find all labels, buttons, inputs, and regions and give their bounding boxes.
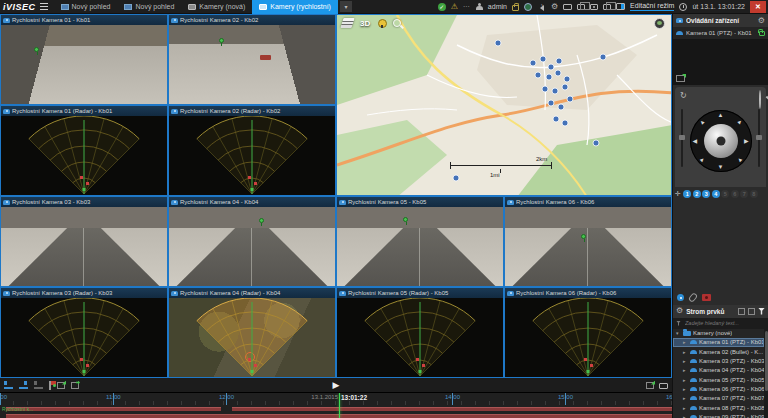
globe-icon[interactable] xyxy=(524,3,532,11)
radar-view[interactable] xyxy=(1,298,167,378)
lock-icon[interactable] xyxy=(512,5,519,11)
camera-tile-03[interactable]: Rychlostní Kamera 03 - Kb03 xyxy=(0,196,168,287)
camera-tile-05[interactable]: Rychlostní Kamera 05 - Kb05 xyxy=(336,196,504,287)
zoom-icon[interactable] xyxy=(759,91,761,109)
warning-icon[interactable]: ⚠ xyxy=(451,3,458,11)
tab-new-view-2[interactable]: Nový pohled xyxy=(117,0,181,14)
tree-item-kamera-08[interactable]: ▸ Kamera 08 (PTZ) - Kb08 xyxy=(673,403,764,412)
attachment-icon[interactable] xyxy=(688,292,698,303)
video-feed[interactable] xyxy=(169,207,335,287)
expand-icon[interactable]: ▸ xyxy=(683,377,688,383)
pan-upleft-arrow[interactable]: ▲ xyxy=(697,118,705,126)
tree-item-kamera-04[interactable]: ▸ Kamera 04 (PTZ) - Kb04 xyxy=(673,366,764,375)
open-preview-icon[interactable] xyxy=(676,75,685,82)
camera-view-icon[interactable] xyxy=(590,4,598,10)
expand-icon[interactable]: ▸ xyxy=(683,339,688,345)
filter-icon[interactable] xyxy=(758,308,765,315)
preset-button-6[interactable]: 6 xyxy=(731,190,739,198)
settings-gear-icon[interactable]: ⚙ xyxy=(551,3,558,11)
camera-tile-04[interactable]: Rychlostní Kamera 04 - Kb04 xyxy=(168,196,336,287)
radar-view[interactable] xyxy=(1,116,167,196)
preset-button-7[interactable]: 7 xyxy=(740,190,748,198)
tab-overflow-chevron[interactable]: ▾ xyxy=(340,1,352,12)
tree-search-input[interactable] xyxy=(683,319,765,327)
zoom-slider[interactable] xyxy=(758,109,760,167)
radar-tile-03[interactable]: Rychlostní Kamera 03 (Radar) - Kb03 xyxy=(0,287,168,378)
preset-button-2[interactable]: 2 xyxy=(693,190,701,198)
map-search-icon[interactable] xyxy=(393,19,401,27)
timeline-step-back-icon[interactable] xyxy=(4,381,13,389)
expand-icon[interactable]: ▸ xyxy=(683,414,688,418)
video-feed[interactable] xyxy=(337,207,503,287)
tree-item-kamera-01[interactable]: ▸ Kamera 01 (PTZ) - Kb01 xyxy=(673,338,764,347)
pan-downleft-arrow[interactable]: ▼ xyxy=(697,156,705,164)
map-panel[interactable]: 3D 2km 1mi xyxy=(336,14,672,196)
pan-downright-arrow[interactable]: ▼ xyxy=(735,156,743,164)
cascade-windows-icon[interactable] xyxy=(577,4,585,10)
play-button[interactable]: ▶ xyxy=(333,378,340,392)
pan-left-arrow[interactable]: ◀ xyxy=(693,138,698,144)
radar-tile-04[interactable]: Rychlostní Kamera 04 (Radar) - Kb04 xyxy=(168,287,336,378)
timeline-playhead[interactable] xyxy=(339,393,340,418)
map-layers-icon[interactable] xyxy=(340,18,354,28)
radar-tile-05[interactable]: Rychlostní Kamera 05 (Radar) - Kb05 xyxy=(336,287,504,378)
expand-icon[interactable]: ▸ xyxy=(683,386,688,392)
recording-track-1[interactable]: Rychlostní k... xyxy=(0,406,672,412)
audio-icon[interactable] xyxy=(537,3,546,11)
export-clip-icon[interactable] xyxy=(57,382,65,389)
monitor-icon[interactable] xyxy=(563,4,572,10)
expand-icon[interactable]: ▸ xyxy=(683,358,688,364)
expand-icon[interactable]: ▸ xyxy=(683,395,688,401)
tab-new-view-1[interactable]: Nový pohled xyxy=(54,0,118,14)
radar-view[interactable] xyxy=(505,298,671,378)
expand-icon[interactable]: ▸ xyxy=(683,367,688,373)
save-view-icon[interactable] xyxy=(646,382,654,389)
camera-tile-06[interactable]: Rychlostní Kamera 06 - Kb06 xyxy=(504,196,672,287)
radar-satellite-view[interactable] xyxy=(169,298,335,378)
more-alerts-icon[interactable]: ⋯ xyxy=(463,3,471,11)
tree-item-kamera-05[interactable]: ▸ Kamera 05 (PTZ) - Kb05 xyxy=(673,375,764,384)
radar-view[interactable] xyxy=(169,116,335,196)
focus-slider[interactable] xyxy=(681,109,683,167)
tree-item-kamera-07[interactable]: ▸ Kamera 07 (PTZ) - Kb07 xyxy=(673,394,764,403)
export-snapshot-icon[interactable] xyxy=(71,382,79,389)
map-globe-icon[interactable] xyxy=(654,18,665,29)
home-position-icon[interactable]: ✛ xyxy=(675,190,681,198)
map-poi-icon[interactable] xyxy=(377,19,386,28)
edit-mode-label[interactable]: Editační režim xyxy=(630,2,674,11)
timeline-range-icon[interactable] xyxy=(34,381,43,389)
tab-kamery-nova[interactable]: Kamery (nová) xyxy=(181,0,252,14)
main-menu-icon[interactable] xyxy=(40,3,48,10)
tree-item-kamera-03[interactable]: ▸ Kamera 03 (PTZ) - Kb03 xyxy=(673,356,764,365)
pan-right-arrow[interactable]: ▶ xyxy=(744,138,749,144)
recording-track-2[interactable] xyxy=(0,413,672,418)
pan-up-arrow[interactable]: ▲ xyxy=(718,112,724,118)
timeline-ruler[interactable]: 10:00 11:00 12:00 14:00 15:00 16:00 13.1… xyxy=(0,393,672,405)
timeline[interactable]: 10:00 11:00 12:00 14:00 15:00 16:00 13.1… xyxy=(0,392,672,418)
preset-button-4[interactable]: 4 xyxy=(712,190,720,198)
radar-tile-01[interactable]: Rychlostní Kamera 01 (Radar) - Kb01 xyxy=(0,105,168,196)
tree-item-kamera-06[interactable]: ▸ Kamera 06 (PTZ) - Kb06 xyxy=(673,384,764,393)
expand-icon[interactable]: ▸ xyxy=(683,349,688,355)
tree-item-kamera-02[interactable]: ▸ Kamera 02 (Bullet) - K... xyxy=(673,347,764,356)
map-3d-button[interactable]: 3D xyxy=(360,19,370,28)
status-ok-icon[interactable]: ✓ xyxy=(438,3,446,11)
radar-tile-02[interactable]: Rychlostní Kamera 02 (Radar) - Kb02 xyxy=(168,105,336,196)
duplicate-window-icon[interactable] xyxy=(603,4,611,10)
tab-kamery-rychlostni[interactable]: Kamery (rychlostní) xyxy=(252,0,338,14)
tree-gear-icon[interactable]: ⚙ xyxy=(676,307,683,315)
pan-down-arrow[interactable]: ▼ xyxy=(718,164,724,170)
username[interactable]: admin xyxy=(488,3,507,10)
side-panel-toggle-icon[interactable] xyxy=(616,3,625,10)
radar-tile-06[interactable]: Rychlostní Kamera 06 (Radar) - Kb06 xyxy=(504,287,672,378)
video-feed[interactable] xyxy=(505,207,671,287)
ptz-joystick[interactable]: ▲ ▼ ◀ ▶ ▲ ▲ ▼ ▼ xyxy=(690,110,752,172)
camera-tile-02[interactable]: Rychlostní Kamera 02 - Kb02 xyxy=(168,14,336,105)
focus-icon[interactable]: ↻ xyxy=(680,91,687,100)
preset-button-5[interactable]: 5 xyxy=(721,190,729,198)
fullscreen-icon[interactable] xyxy=(659,383,668,389)
tree-link-icon[interactable] xyxy=(748,308,755,315)
preset-button-1[interactable]: 1 xyxy=(683,190,691,198)
close-button[interactable]: ✕ xyxy=(750,1,766,13)
panel-settings-icon[interactable]: ⚙ xyxy=(758,17,765,25)
